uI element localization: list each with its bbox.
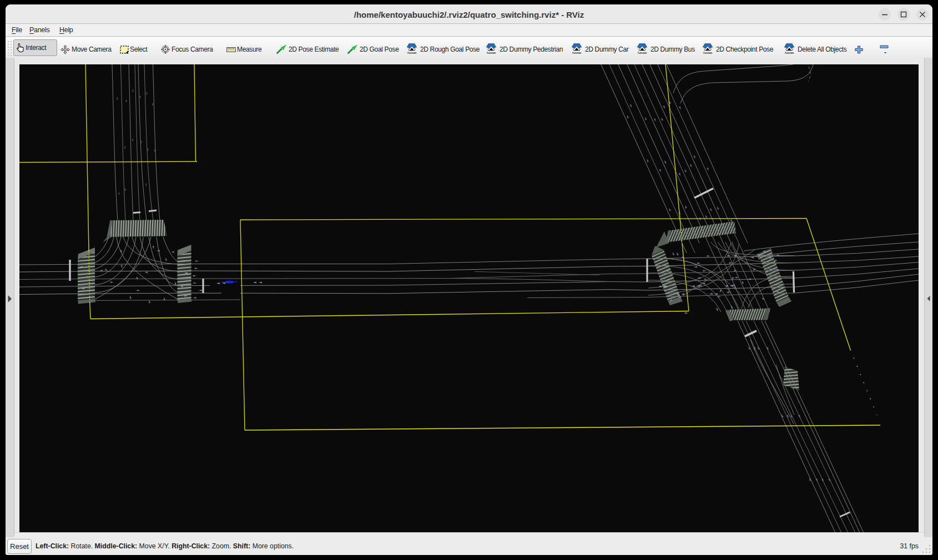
svg-text:Autoware: Autoware (572, 52, 582, 54)
svg-text:Autoware: Autoware (703, 52, 713, 54)
svg-text:Autoware: Autoware (407, 52, 417, 54)
svg-text:Autoware: Autoware (638, 52, 647, 54)
svg-text:Autoware: Autoware (785, 52, 794, 54)
svg-text:Autoware: Autoware (487, 52, 496, 54)
